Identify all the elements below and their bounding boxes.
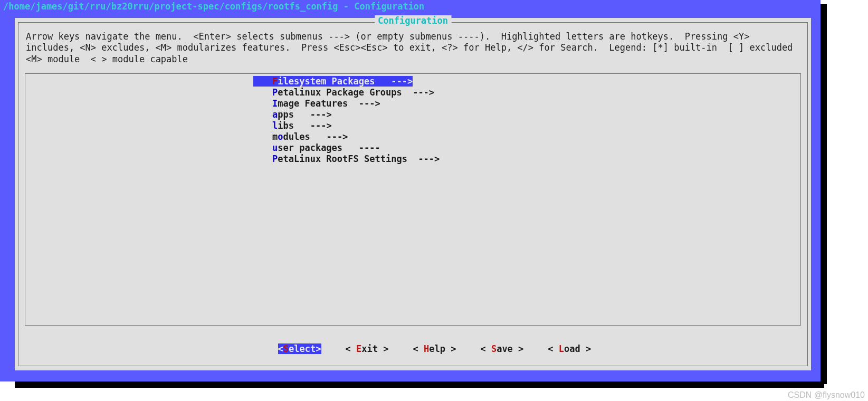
window-shadow-bottom bbox=[15, 381, 824, 388]
menu-item[interactable]: PetaLinux RootFS Settings ---> bbox=[253, 154, 800, 165]
client-area: Configuration Arrow keys navigate the me… bbox=[15, 18, 811, 370]
title-sep: - bbox=[338, 1, 355, 12]
help-button[interactable]: < Help > bbox=[413, 343, 456, 354]
window-shadow-right bbox=[821, 4, 827, 384]
menu-item[interactable]: user packages ---- bbox=[253, 142, 800, 154]
menu-item[interactable]: Image Features ---> bbox=[253, 98, 800, 109]
menu-item[interactable]: Filesystem Packages ---> bbox=[253, 76, 413, 87]
help-text: Arrow keys navigate the menu. <Enter> se… bbox=[18, 23, 807, 69]
button-bar: <Select>< Exit >< Help >< Save >< Load > bbox=[18, 326, 807, 365]
menu-item[interactable]: Petalinux Package Groups ---> bbox=[253, 87, 800, 98]
select-button[interactable]: <Select> bbox=[278, 343, 321, 354]
title-path: /home/james/git/rru/bz20rru/project-spec… bbox=[3, 1, 338, 12]
load-button[interactable]: < Load > bbox=[548, 343, 591, 354]
menu-item[interactable]: libs ---> bbox=[253, 120, 800, 131]
config-group: Configuration Arrow keys navigate the me… bbox=[18, 22, 808, 366]
menu-item[interactable]: modules ---> bbox=[253, 131, 800, 142]
exit-button[interactable]: < Exit > bbox=[346, 343, 389, 354]
save-button[interactable]: < Save > bbox=[480, 343, 523, 354]
menu-list[interactable]: Filesystem Packages ---> Petalinux Packa… bbox=[25, 76, 800, 165]
terminal-window: /home/james/git/rru/bz20rru/project-spec… bbox=[0, 0, 821, 381]
watermark: CSDN @flysnow010 bbox=[788, 390, 865, 400]
window-title: /home/james/git/rru/bz20rru/project-spec… bbox=[0, 0, 821, 15]
group-title: Configuration bbox=[375, 15, 451, 26]
menu-item[interactable]: apps ---> bbox=[253, 109, 800, 120]
title-name: Configuration bbox=[354, 1, 424, 12]
menu-box: Filesystem Packages ---> Petalinux Packa… bbox=[25, 73, 801, 326]
